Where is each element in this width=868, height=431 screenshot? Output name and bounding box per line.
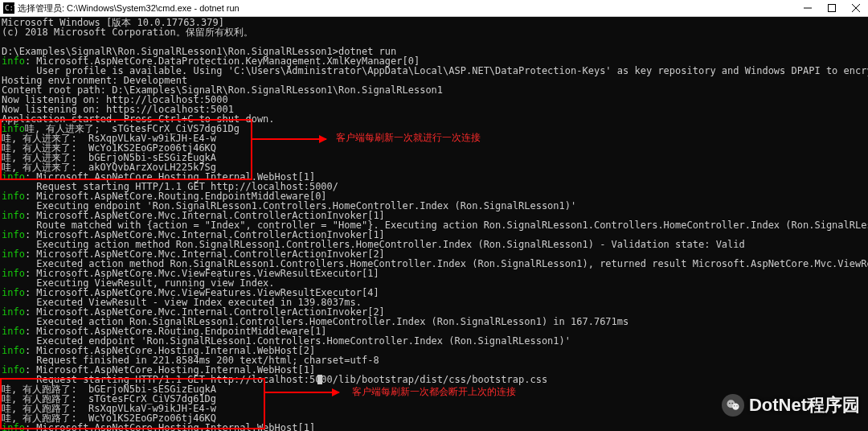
watermark-text: DotNet程序园 — [749, 400, 860, 410]
text-cursor — [317, 375, 322, 384]
annotation-text: 客户端每刷新一次就进行一次连接 — [336, 133, 481, 142]
close-button[interactable] — [844, 0, 868, 16]
svg-rect-3 — [829, 5, 836, 12]
watermark: DotNet程序园 — [722, 394, 860, 417]
annotation-text: 客户端每刷新一次都会断开上次的连接 — [352, 387, 516, 396]
minimize-button[interactable] — [796, 0, 820, 16]
terminal-output[interactable]: Microsoft Windows [版本 10.0.17763.379] (c… — [0, 16, 868, 431]
wechat-icon — [722, 394, 744, 417]
maximize-button[interactable] — [820, 0, 844, 16]
title-bar[interactable]: C:\ 选择管理员: C:\Windows\System32\cmd.exe -… — [0, 0, 868, 17]
log-level-info: info — [2, 422, 25, 431]
arrow-icon — [252, 138, 326, 140]
window-title: 选择管理员: C:\Windows\System32\cmd.exe - dot… — [18, 3, 796, 13]
cmd-window: C:\ 选择管理员: C:\Windows\System32\cmd.exe -… — [0, 0, 868, 431]
cmd-icon: C:\ — [3, 2, 14, 14]
svg-text:C:\: C:\ — [5, 4, 14, 12]
output-line: info: Microsoft.AspNetCore.Hosting.Inter… — [2, 423, 315, 431]
svg-point-11 — [736, 405, 737, 406]
output-line: (c) 2018 Microsoft Corporation。保留所有权利。 — [2, 27, 253, 37]
svg-point-10 — [734, 405, 735, 406]
svg-point-9 — [731, 403, 733, 404]
svg-point-7 — [732, 404, 739, 410]
arrow-icon — [265, 392, 339, 393]
svg-point-8 — [729, 403, 731, 404]
